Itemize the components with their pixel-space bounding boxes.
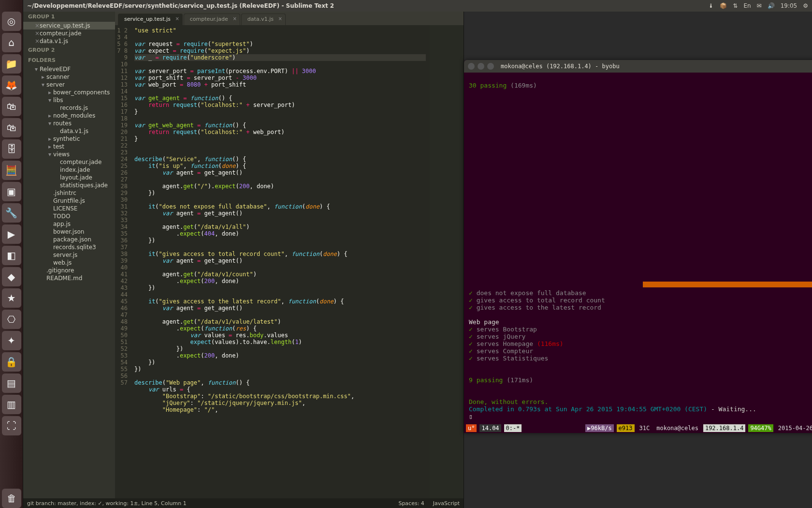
tree-item[interactable]: ▸synthetic: [23, 135, 115, 143]
launcher-icon-10[interactable]: ▶: [2, 224, 21, 244]
open-file-item[interactable]: ×data.v1.js: [23, 37, 115, 45]
test-time-top: (169ms): [510, 82, 537, 89]
window-title: ~/Developpement/ReleveEDF/server/synthet…: [27, 2, 702, 9]
tree-item[interactable]: ▾server: [23, 81, 115, 89]
tree-item[interactable]: ▸node_modules: [23, 112, 115, 120]
tree-item[interactable]: statistiques.jade: [23, 181, 115, 189]
open-file-item[interactable]: ×compteur.jade: [23, 30, 115, 37]
tree-item[interactable]: README.md: [23, 274, 115, 282]
tree-item[interactable]: package.json: [23, 236, 115, 243]
tree-item[interactable]: Gruntfile.js: [23, 197, 115, 205]
sidebar-group-2-header: GROUP 2: [23, 45, 115, 55]
tree-item[interactable]: index.jade: [23, 166, 115, 174]
tree-item[interactable]: bower.json: [23, 228, 115, 236]
launcher-icon-3[interactable]: 🦊: [2, 75, 21, 95]
test-result-line: ✓ serves Bootstrap: [469, 326, 812, 333]
trash-icon[interactable]: 🗑: [2, 489, 21, 508]
code-editor[interactable]: "use strict" var request = require("supe…: [130, 25, 430, 498]
indicator-1[interactable]: 📦: [720, 2, 727, 9]
sidebar-group-1-header: GROUP 1: [23, 12, 115, 22]
close-icon[interactable]: ×: [232, 16, 236, 21]
indicator-3[interactable]: En: [743, 2, 751, 9]
terminal-cursor: ▯: [469, 413, 473, 420]
launcher-icon-17[interactable]: ▤: [2, 374, 21, 393]
test-result-line: ✓ does not expose full database: [469, 289, 812, 297]
tree-item[interactable]: .gitignore: [23, 267, 115, 274]
status-language[interactable]: JavaScript: [433, 500, 460, 507]
launcher-icon-2[interactable]: 📁: [2, 54, 21, 74]
window-close-button[interactable]: [468, 63, 475, 70]
launcher-icon-9[interactable]: 🔧: [2, 203, 21, 223]
orange-divider: [643, 282, 812, 287]
editor-tab[interactable]: service_up.test.js×: [118, 14, 183, 25]
launcher-icon-5[interactable]: 🛍: [2, 118, 21, 137]
status-spaces[interactable]: Spaces: 4: [398, 500, 424, 507]
tree-item[interactable]: ▾views: [23, 150, 115, 158]
open-file-item[interactable]: ×service_up.test.js: [23, 22, 115, 30]
launcher-icon-19[interactable]: ⛶: [2, 416, 21, 435]
terminal-body[interactable]: 30 passing (169ms) ✓ does not expose ful…: [464, 73, 812, 423]
status-bar: git branch: master, index: ✓, working: 1…: [23, 498, 464, 508]
terminal-titlebar[interactable]: mokona@celes (192.168.1.4) - byobu: [464, 60, 812, 73]
launcher-icon-0[interactable]: ◎: [2, 12, 21, 31]
launcher-icon-1[interactable]: ⌂: [2, 33, 21, 52]
sublime-sidebar[interactable]: GROUP 1 ×service_up.test.js×compteur.jad…: [23, 12, 115, 498]
tree-item[interactable]: layout.jade: [23, 174, 115, 181]
indicator-0[interactable]: 🌡: [708, 2, 714, 9]
indicator-2[interactable]: ⇅: [733, 2, 738, 9]
close-icon[interactable]: ×: [175, 16, 179, 21]
tree-item[interactable]: app.js: [23, 220, 115, 228]
terminal-title: mokona@celes (192.168.1.4) - byobu: [501, 63, 620, 70]
byobu-net: ▶96kB/s: [585, 424, 614, 432]
tree-item[interactable]: ▾routes: [23, 120, 115, 127]
launcher-icon-15[interactable]: ✦: [2, 331, 21, 350]
launcher-icon-6[interactable]: 🗄: [2, 139, 21, 159]
editor-tab[interactable]: compteur.jade×: [184, 14, 240, 25]
byobu-logo: u°: [466, 424, 477, 432]
tree-item[interactable]: LICENSE: [23, 205, 115, 212]
indicator-6[interactable]: 19:05: [781, 2, 798, 9]
launcher-icon-7[interactable]: 🧮: [2, 161, 21, 180]
test-result-line: ✓ serves Statistiques: [469, 355, 812, 362]
terminal-waiting: - Waiting...: [707, 405, 756, 413]
tree-item[interactable]: ▾libs: [23, 96, 115, 104]
line-gutter: 1 2 3 4 5 6 7 8 9 10 11 12 13 14 15 16 1…: [115, 25, 130, 498]
terminal-done-msg: Done, without errors.: [469, 398, 548, 405]
byobu-host: mokona@celes: [654, 424, 700, 432]
launcher-icon-13[interactable]: ★: [2, 288, 21, 308]
launcher-icon-12[interactable]: ◆: [2, 267, 21, 286]
tree-item[interactable]: records.js: [23, 104, 115, 112]
tree-item[interactable]: web.js: [23, 259, 115, 267]
byobu-entropy: e913: [617, 424, 635, 432]
launcher-icon-18[interactable]: ▥: [2, 395, 21, 414]
test-result-line: ✓ serves Compteur: [469, 347, 812, 355]
tree-item[interactable]: ▸bower_components: [23, 89, 115, 96]
indicator-4[interactable]: ✉: [757, 2, 762, 9]
byobu-date: 2015-04-26: [776, 424, 812, 432]
indicator-5[interactable]: 🔊: [768, 2, 775, 9]
tree-item[interactable]: .jshintrc: [23, 189, 115, 197]
status-left: git branch: master, index: ✓, working: 1…: [27, 500, 390, 507]
launcher-icon-4[interactable]: 🛍: [2, 97, 21, 116]
tree-item[interactable]: records.sqlite3: [23, 243, 115, 251]
launcher-icon-11[interactable]: ◧: [2, 246, 21, 265]
tree-item[interactable]: ▸test: [23, 143, 115, 150]
launcher-icon-8[interactable]: ▣: [2, 182, 21, 201]
launcher-icon-16[interactable]: 🔒: [2, 352, 21, 372]
window-maximize-button[interactable]: [487, 63, 494, 70]
tree-item[interactable]: server.js: [23, 251, 115, 259]
minimap[interactable]: [430, 25, 464, 498]
editor-tab[interactable]: data.v1.js×: [241, 14, 286, 25]
tree-item[interactable]: TODO: [23, 212, 115, 220]
window-minimize-button[interactable]: [478, 63, 484, 70]
indicator-7[interactable]: ⚙: [803, 2, 808, 9]
tree-item[interactable]: ▸scanner: [23, 73, 115, 81]
test-passing-bottom: 9 passing: [469, 376, 503, 384]
tree-item[interactable]: data.v1.js: [23, 127, 115, 135]
launcher-icon-14[interactable]: ⎔: [2, 310, 21, 329]
close-icon[interactable]: ×: [278, 16, 282, 21]
tree-item[interactable]: compteur.jade: [23, 158, 115, 166]
terminal-window: mokona@celes (192.168.1.4) - byobu 30 pa…: [464, 60, 812, 433]
tab-bar: service_up.test.js×compteur.jade×data.v1…: [115, 12, 464, 25]
tree-item[interactable]: ▾ReleveEDF: [23, 65, 115, 73]
